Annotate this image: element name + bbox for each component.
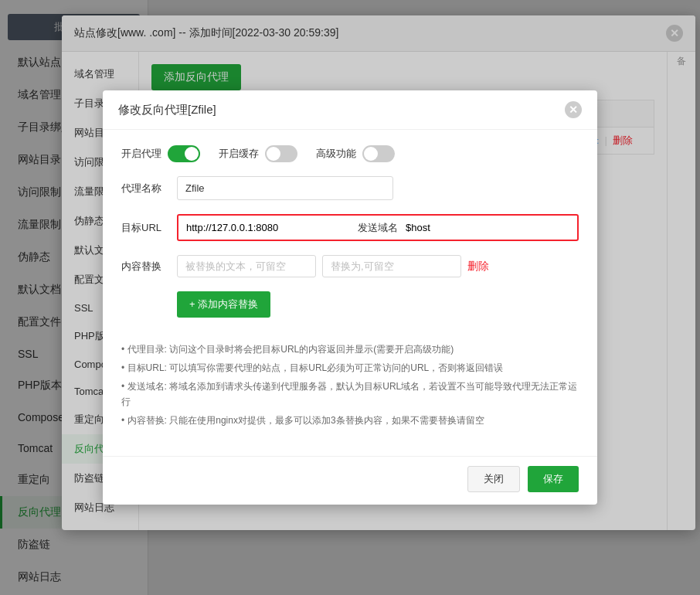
enable-proxy-toggle-item: 开启代理 [121, 145, 200, 162]
note-3: 发送域名: 将域名添加到请求头传递到代理服务器，默认为目标URL域名，若设置不当… [121, 379, 579, 409]
add-replace-btn[interactable]: + 添加内容替换 [177, 291, 270, 318]
toggle-row: 开启代理 开启缓存 高级功能 [121, 145, 579, 162]
proxy-name-input[interactable] [177, 176, 393, 200]
enable-cache-knob [267, 147, 280, 161]
replace-from-input[interactable] [177, 255, 316, 277]
toggle-group: 开启代理 开启缓存 高级功能 [121, 145, 395, 162]
enable-cache-toggle[interactable] [265, 145, 297, 162]
content-replace-label: 内容替换 [121, 260, 177, 274]
enable-proxy-toggle[interactable] [168, 145, 200, 162]
proxy-name-label: 代理名称 [121, 182, 177, 196]
target-url-form-row: 目标URL 发送域名 [121, 214, 579, 241]
note-2: 目标URL: 可以填写你需要代理的站点，目标URL必须为可正常访问的URL，否则… [121, 361, 579, 376]
inner-modal-header: 修改反向代理[Zfile] ✕ [103, 90, 597, 130]
content-replace-row: 内容替换 删除 [121, 255, 579, 277]
target-url-input-group: 发送域名 [177, 214, 579, 241]
advanced-toggle-item: 高级功能 [316, 145, 395, 162]
delete-replace-btn[interactable]: 删除 [467, 260, 489, 274]
replace-to-input[interactable] [322, 255, 461, 277]
replace-input-group: 删除 [177, 255, 579, 277]
enable-proxy-knob [185, 147, 199, 161]
inner-modal: 修改反向代理[Zfile] ✕ 开启代理 开启缓存 [103, 90, 597, 505]
note-4: 内容替换: 只能在使用nginx对提供，最多可以添加3条替换内容，如果不需要替换… [121, 413, 579, 428]
advanced-knob [364, 147, 378, 161]
save-btn[interactable]: 保存 [528, 466, 579, 492]
enable-cache-toggle-item: 开启缓存 [219, 145, 297, 162]
inner-modal-overlay: 修改反向代理[Zfile] ✕ 开启代理 开启缓存 [0, 0, 700, 595]
enable-proxy-label: 开启代理 [121, 147, 161, 161]
send-domain-input[interactable] [404, 219, 571, 236]
add-replace-wrapper: + 添加内容替换 [177, 291, 579, 330]
target-url-label: 目标URL [121, 221, 177, 235]
enable-cache-label: 开启缓存 [219, 147, 259, 161]
inner-modal-body: 开启代理 开启缓存 高级功能 [103, 130, 597, 456]
note-1: 代理目录: 访问这个目录时将会把目标URL的内容返回并显示(需要开启高级功能) [121, 342, 579, 357]
proxy-name-row: 代理名称 [121, 176, 579, 200]
inner-modal-footer: 关闭 保存 [103, 456, 597, 505]
inner-modal-close-btn[interactable]: ✕ [565, 101, 582, 118]
target-url-input[interactable] [185, 219, 352, 236]
send-domain-label: 发送域名 [358, 221, 398, 235]
inner-modal-title: 修改反向代理[Zfile] [118, 103, 216, 117]
close-btn[interactable]: 关闭 [467, 466, 520, 492]
advanced-label: 高级功能 [316, 147, 356, 161]
advanced-toggle[interactable] [362, 145, 395, 162]
notes-section: 代理目录: 访问这个目录时将会把目标URL的内容返回并显示(需要开启高级功能) … [121, 342, 579, 428]
